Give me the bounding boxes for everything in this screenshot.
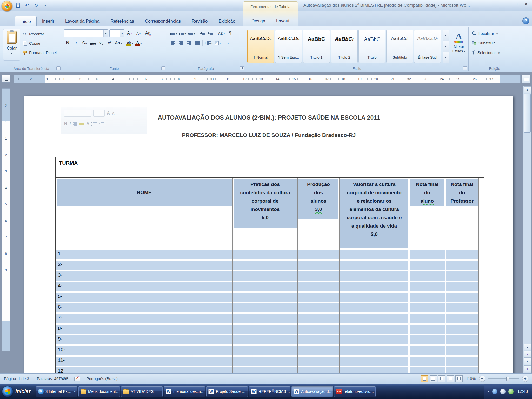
cell-extra[interactable]: [479, 271, 484, 281]
cell-extra[interactable]: [479, 313, 484, 324]
vertical-ruler[interactable]: 21123456789: [2, 88, 10, 351]
cell-praticas[interactable]: [233, 303, 298, 313]
strikethrough-button[interactable]: abe: [89, 39, 97, 47]
restore-button[interactable]: □: [512, 1, 521, 6]
cell-valorizar[interactable]: [340, 367, 409, 373]
header-cell-producao[interactable]: Produçãodosalunos3,0: [298, 178, 340, 249]
view-outline-button[interactable]: [447, 375, 454, 382]
dialog-launcher-styles[interactable]: [463, 66, 467, 70]
italic-button[interactable]: I: [72, 39, 80, 47]
ribbon-tab[interactable]: Inserir: [37, 16, 60, 26]
header-cell-praticas[interactable]: Práticas dosconteúdos da culturacorporal…: [233, 178, 298, 249]
style-gallery-item[interactable]: AaBbCcDc ¶ Normal: [247, 30, 274, 63]
cell-valorizar[interactable]: [340, 281, 409, 292]
dialog-launcher-paragraph[interactable]: [240, 66, 244, 70]
ribbon-tab[interactable]: Referências: [105, 16, 139, 26]
taskbar-button[interactable]: Autoavaliação do...: [291, 386, 333, 397]
gallery-scroll-down-icon[interactable]: ▼: [443, 41, 449, 52]
cell-extra[interactable]: [479, 324, 484, 335]
hidden-icons-chevron[interactable]: [488, 390, 489, 393]
redo-button[interactable]: [33, 2, 39, 9]
cell-praticas[interactable]: [233, 335, 298, 345]
cell-nota-aluno[interactable]: [409, 345, 445, 356]
select-button[interactable]: Selecionar: [472, 49, 500, 56]
cell-extra[interactable]: [479, 260, 484, 271]
justify-button[interactable]: [194, 39, 201, 46]
cell-producao[interactable]: [298, 260, 340, 271]
shrink-font-button[interactable]: A: [135, 29, 143, 37]
header-cell-nota-professor[interactable]: Nota finaldoProfessor: [445, 178, 479, 249]
cell-extra[interactable]: [479, 356, 484, 367]
cell-valorizar[interactable]: [340, 303, 409, 313]
cut-button[interactable]: Recortar: [22, 30, 57, 37]
office-button[interactable]: [2, 1, 12, 11]
cell-extra[interactable]: [479, 303, 484, 313]
spellcheck-icon[interactable]: [74, 376, 81, 381]
cell-valorizar[interactable]: [340, 335, 409, 345]
cell-extra[interactable]: [479, 345, 484, 356]
cell-nome[interactable]: 1-: [56, 249, 233, 260]
cell-nome[interactable]: 2-: [56, 260, 233, 271]
cell-nome[interactable]: 7-: [56, 313, 233, 324]
cell-nota-professor[interactable]: [445, 260, 479, 271]
cell-nome[interactable]: 8-: [56, 324, 233, 335]
shading-button[interactable]: [214, 39, 221, 46]
view-print-layout-button[interactable]: [421, 375, 428, 382]
cell-praticas[interactable]: [233, 292, 298, 303]
taskbar-button[interactable]: REFERÊNCIAS UT...: [249, 386, 290, 397]
cell-nome[interactable]: 3-: [56, 271, 233, 281]
undo-button[interactable]: [24, 2, 30, 9]
change-case-button[interactable]: Aa: [114, 39, 123, 47]
previous-page-button[interactable]: [524, 351, 531, 358]
zoom-slider[interactable]: [488, 378, 519, 379]
find-dropdown-icon[interactable]: [496, 31, 498, 36]
cell-producao[interactable]: [298, 313, 340, 324]
start-button[interactable]: Iniciar: [0, 384, 35, 399]
grow-font-button[interactable]: A: [126, 29, 134, 37]
help-icon[interactable]: [522, 17, 529, 24]
cell-producao[interactable]: [298, 292, 340, 303]
gallery-expand-icon[interactable]: ▼: [443, 52, 449, 63]
cell-producao[interactable]: [298, 356, 340, 367]
select-browse-object-button[interactable]: [524, 358, 531, 365]
save-button[interactable]: [15, 2, 21, 9]
close-button[interactable]: ×: [522, 1, 530, 6]
view-draft-button[interactable]: [455, 375, 463, 382]
cell-nota-professor[interactable]: [445, 356, 479, 367]
underline-dropdown-icon[interactable]: [85, 41, 87, 46]
cell-nome[interactable]: 6-: [56, 303, 233, 313]
cell-nome[interactable]: 4-: [56, 281, 233, 292]
ribbon-tab[interactable]: Início: [15, 16, 37, 26]
cell-nota-aluno[interactable]: [409, 271, 445, 281]
tab-stop-selector[interactable]: [2, 75, 10, 83]
cell-nome[interactable]: 11-: [56, 356, 233, 367]
find-button[interactable]: Localizar: [472, 30, 500, 37]
cell-nome[interactable]: 5-: [56, 292, 233, 303]
tray-app-icon[interactable]: [500, 389, 506, 394]
show-paragraph-marks-button[interactable]: ¶: [227, 30, 234, 37]
cell-praticas[interactable]: [233, 281, 298, 292]
cell-valorizar[interactable]: [340, 313, 409, 324]
clock[interactable]: 12:48: [516, 389, 528, 394]
ruler-toggle-button[interactable]: [522, 75, 530, 83]
borders-button[interactable]: [222, 39, 229, 46]
customize-qat-dropdown[interactable]: [42, 2, 49, 9]
minimize-button[interactable]: −: [502, 1, 511, 6]
cell-nota-aluno[interactable]: [409, 324, 445, 335]
cell-praticas[interactable]: [233, 345, 298, 356]
cell-nota-aluno[interactable]: [409, 249, 445, 260]
scrollbar-thumb[interactable]: [524, 94, 531, 133]
dialog-launcher-clipboard[interactable]: [56, 66, 61, 70]
header-cell-extra[interactable]: [479, 178, 484, 249]
view-fullscreen-button[interactable]: [430, 375, 437, 382]
ribbon-tab-contextual[interactable]: Layout: [271, 16, 295, 26]
cell-valorizar[interactable]: [340, 292, 409, 303]
document-page[interactable]: A A N I A AUTOAVALIAÇÃO DOS ALUNOS (2ºBI…: [24, 96, 513, 373]
header-cell-valorizar[interactable]: Valorizar a culturacorporal de movimento…: [340, 178, 409, 249]
cell-praticas[interactable]: [233, 367, 298, 373]
header-cell-nome[interactable]: NOME: [56, 178, 233, 249]
scroll-down-icon[interactable]: [524, 344, 531, 350]
font-name-combobox[interactable]: [64, 29, 108, 37]
cell-nota-aluno[interactable]: [409, 335, 445, 345]
style-gallery-item[interactable]: AaBbC Título 1: [303, 30, 330, 63]
